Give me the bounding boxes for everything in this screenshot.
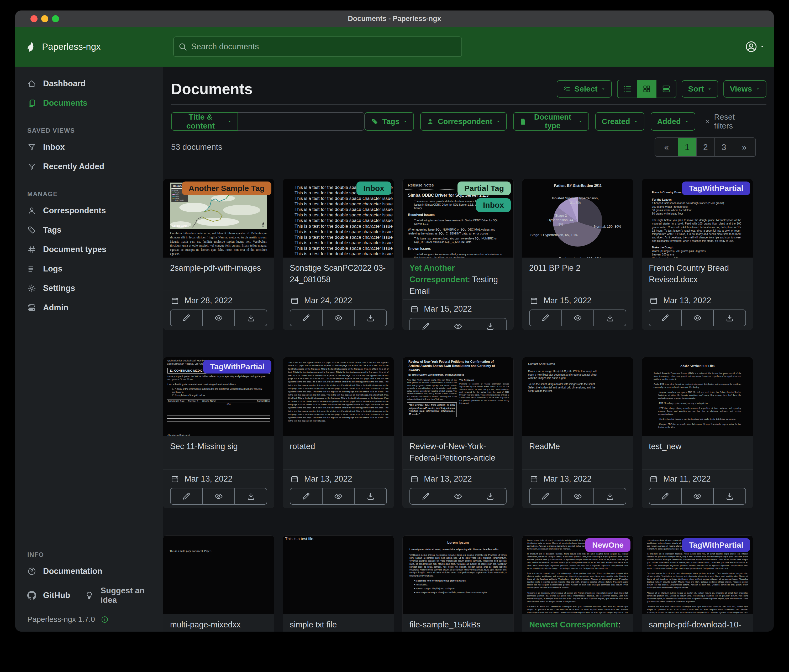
sidebar-item-inbox[interactable]: Inbox [15,137,163,157]
page-2-button[interactable]: 2 [696,138,714,156]
view-button[interactable] [202,488,235,504]
sidebar-item-suggest-idea[interactable]: Suggest an idea [75,581,163,610]
document-card[interactable]: This is a test for the double space char… [283,179,394,330]
document-card[interactable]: Review of New York Federal Petitions for… [402,357,513,508]
document-card[interactable]: Patient BP Distribution 2011Normal, 150,… [522,179,633,330]
download-button[interactable] [593,488,626,504]
views-button[interactable]: Views [724,80,767,97]
sidebar-item-tags[interactable]: Tags [15,220,163,240]
correspondent-link[interactable]: Yet Another Correspondent [409,263,468,284]
sidebar-item-github[interactable]: GitHub [15,586,75,605]
title-content-filter-input[interactable] [238,112,364,131]
sidebar-item-document-types[interactable]: Document types [15,240,163,259]
document-actions [170,488,267,505]
sidebar-item-admin[interactable]: Admin [15,298,163,317]
tag-badge[interactable]: TagWithPartial [682,538,750,552]
calendar-icon [530,475,538,483]
maximize-button[interactable] [52,15,59,22]
document-card[interactable]: Adobe Acrobat PDF FilesAdobe® Portable D… [642,357,753,508]
tag-badge[interactable]: TagWithPartial [682,182,750,195]
view-button[interactable] [442,318,474,330]
document-card[interactable]: French Country BreadFor the Leaven1 heap… [642,179,753,330]
download-button[interactable] [713,310,746,326]
download-button[interactable] [235,310,267,326]
added-filter-button[interactable]: Added [651,112,695,131]
chevron-down-icon [227,119,232,124]
edit-button[interactable] [649,488,681,504]
tags-filter-button[interactable]: Tags [364,112,414,131]
view-button[interactable] [442,488,474,504]
tag-badge[interactable]: Another Sample Tag [182,182,272,195]
tag-badge[interactable]: NewOne [585,538,631,552]
document-card[interactable]: Application for Medical Staff Membership… [163,357,274,508]
tag-badge[interactable]: Inbox [356,182,391,195]
select-button[interactable]: Select [557,80,612,97]
document-card[interactable]: Lorem ipsum dolor sit amet, consectetur … [642,536,753,632]
brand[interactable]: Paperless-ngx [25,41,101,53]
download-button[interactable] [474,488,506,504]
info-icon[interactable] [101,616,109,623]
sidebar-item-documentation[interactable]: Documentation [15,562,163,581]
title-content-filter-button[interactable]: Title & content [171,112,238,131]
edit-button[interactable] [530,310,561,326]
document-card[interactable]: Lorem ipsumLorem ipsum dolor sit amet, c… [402,536,513,632]
document-card[interactable]: Lorem ipsum dolor sit amet, consectetur … [522,536,633,632]
download-icon [605,314,615,322]
page-1-button[interactable]: 1 [678,138,696,156]
download-button[interactable] [235,488,267,504]
download-button[interactable] [354,488,387,504]
sidebar-item-recently-added[interactable]: Recently Added [15,157,163,176]
reset-filters-button[interactable]: Reset filters [704,113,748,131]
edit-button[interactable] [290,488,322,504]
document-card[interactable]: This is a test file.simple txt file [283,536,394,632]
sort-button[interactable]: Sort [682,80,718,97]
page-3-button[interactable]: 3 [714,138,733,156]
download-button[interactable] [354,310,387,326]
edit-button[interactable] [410,318,442,330]
list-view-button[interactable] [618,80,637,97]
search-icon [178,42,187,51]
minimize-button[interactable] [41,15,48,22]
sidebar-item-correspondents[interactable]: Correspondents [15,201,163,220]
page-prev-button[interactable]: « [655,138,678,156]
grid-view-button[interactable] [637,80,656,97]
edit-button[interactable] [649,310,681,326]
search-input[interactable] [173,37,462,57]
correspondent-filter-button[interactable]: Correspondent [420,112,507,131]
view-button[interactable] [561,488,594,504]
sidebar-item-documents[interactable]: Documents [15,93,163,113]
sidebar-item-dashboard[interactable]: Dashboard [15,74,163,93]
close-button[interactable] [30,15,38,22]
edit-button[interactable] [410,488,442,504]
view-button[interactable] [561,310,594,326]
tag-badge[interactable]: Inbox [476,198,511,212]
document-type-filter-button[interactable]: Document type [513,112,589,131]
view-button[interactable] [681,310,713,326]
view-button[interactable] [681,488,713,504]
document-card[interactable]: This is the text that appears on the fir… [283,357,394,508]
tag-badge[interactable]: TagWithPartial [203,360,272,374]
view-button[interactable] [202,310,235,326]
user-menu[interactable] [745,27,764,67]
edit-button[interactable] [171,488,202,504]
sidebar-item-settings[interactable]: Settings [15,279,163,298]
download-button[interactable] [713,488,746,504]
correspondent-link[interactable]: Newest Correspondent [529,620,618,629]
document-card[interactable]: This is a multi page document. Page 1.mu… [163,536,274,632]
created-filter-button[interactable]: Created [595,112,644,131]
sidebar-item-logs[interactable]: Logs [15,259,163,279]
view-button[interactable] [322,310,355,326]
document-card[interactable]: Release NotesSimba ODBC Driver for SQL S… [402,179,513,330]
tag-badge[interactable]: Partial Tag [457,182,511,195]
edit-button[interactable] [530,488,561,504]
download-button[interactable] [474,318,506,330]
download-button[interactable] [593,310,626,326]
document-card[interactable]: Contact Sheet DemoGiven a set of image f… [522,357,633,508]
edit-button[interactable] [171,310,202,326]
page-next-button[interactable]: » [733,138,755,156]
document-card[interactable]: Boundary Waters TripLegendDay 1Day 2Day … [163,179,274,330]
sidebar-item-label: Inbox [43,142,65,152]
detail-view-button[interactable] [656,80,676,97]
view-button[interactable] [322,488,355,504]
edit-button[interactable] [290,310,322,326]
